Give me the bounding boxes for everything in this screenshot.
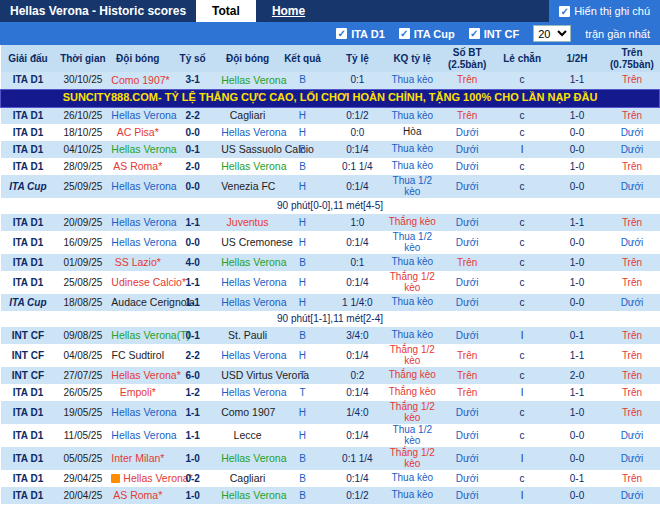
date-cell: 05/05/25: [55, 447, 110, 470]
league-cell: ITA D1: [1, 72, 56, 89]
table-header-row: Giải đấuThời gianĐội bóngTỷ sốĐội bóngKế…: [1, 45, 660, 72]
away-team[interactable]: Hellas Verona: [221, 160, 286, 172]
league-cell: ITA D1: [1, 158, 56, 175]
home-team[interactable]: Hellas Verona: [111, 143, 176, 155]
odds-result-cell: Thua kèo: [385, 158, 440, 175]
odds-result-cell: Thắng kèo: [385, 214, 440, 231]
home-team-cell: SS Lazio*: [110, 254, 165, 271]
away-team[interactable]: USD Virtus Verona: [221, 369, 309, 381]
home-team[interactable]: Hellas Verona(T): [111, 329, 190, 341]
home-team[interactable]: AC Pisa*: [117, 126, 159, 138]
home-team[interactable]: Hellas Verona: [111, 109, 176, 121]
date-cell: 26/05/25: [55, 384, 110, 401]
total-goals-ou-cell: Trên: [440, 107, 495, 124]
away-team[interactable]: Cagliari: [230, 109, 266, 121]
page-title: Hellas Verona - Historic scores: [0, 0, 196, 22]
recent-count-select[interactable]: 20: [533, 25, 571, 42]
halftime-score-cell: 0-0: [550, 175, 605, 198]
away-team[interactable]: Hellas Verona: [221, 349, 286, 361]
home-team[interactable]: Empoli*: [120, 386, 156, 398]
total-goals-ou-cell: Dưới: [440, 231, 495, 254]
home-team[interactable]: Hellas Verona: [111, 236, 176, 248]
tab-total[interactable]: Total: [196, 0, 256, 22]
away-team[interactable]: Hellas Verona: [221, 74, 286, 86]
match-row: INT CF04/08/25FC Sudtirol2-2Hellas Veron…: [1, 344, 660, 367]
home-team[interactable]: Como 1907*: [111, 74, 169, 86]
league-filter-ita-d1[interactable]: ✓ITA D1: [336, 28, 385, 40]
odds-result-cell: Hòa: [385, 124, 440, 141]
odds-result-cell: Thua kèo: [385, 107, 440, 124]
odds-result-cell: Thua 1/2 kèo: [385, 175, 440, 198]
odd-even-cell: c: [495, 72, 550, 89]
away-team[interactable]: Hellas Verona: [221, 296, 286, 308]
half-ou-cell: Dưới: [604, 487, 659, 504]
away-team[interactable]: Como 1907: [221, 406, 275, 418]
away-team[interactable]: Hellas Verona: [221, 256, 286, 268]
date-cell: 27/07/25: [55, 367, 110, 384]
odds-result-cell: Thua kèo: [385, 254, 440, 271]
halftime-score-cell: 0-0: [550, 424, 605, 447]
away-team[interactable]: Juventus: [227, 216, 269, 228]
away-team[interactable]: US Cremonese: [221, 236, 293, 248]
odd-even-cell: c: [495, 254, 550, 271]
home-team[interactable]: Audace Cerignola: [111, 296, 194, 308]
home-team[interactable]: Hellas Verona: [111, 406, 176, 418]
away-team[interactable]: Lecce: [234, 429, 262, 441]
home-team[interactable]: Inter Milan*: [111, 452, 164, 464]
total-goals-ou-cell: Dưới: [440, 487, 495, 504]
odds-cell: 0:1 1/4: [330, 158, 385, 175]
odds-cell: 3/4:0: [330, 327, 385, 344]
half-ou-cell: Trên: [604, 72, 659, 89]
halftime-score-cell: 1-0: [550, 254, 605, 271]
ad-banner-link[interactable]: SUNCITY888.COM- TỶ LỆ THẮNG CỰC CAO, LỐI…: [1, 89, 660, 107]
home-team[interactable]: AS Roma*: [113, 489, 162, 501]
home-team[interactable]: AS Roma*: [113, 160, 162, 172]
league-cell: INT CF: [1, 367, 56, 384]
home-team[interactable]: Hellas Verona: [111, 180, 176, 192]
column-header: Đội bóng: [110, 45, 165, 72]
odd-even-cell: l: [495, 327, 550, 344]
half-ou-cell: Dưới: [604, 124, 659, 141]
match-row: ITA D105/05/25Inter Milan*1-0Hellas Vero…: [1, 447, 660, 470]
home-team[interactable]: Hellas Verona*: [111, 472, 192, 484]
away-team[interactable]: Hellas Verona: [221, 489, 286, 501]
away-team[interactable]: Venezia FC: [221, 180, 275, 192]
date-cell: 29/04/25: [55, 470, 110, 487]
score-cell: 0-0: [165, 124, 220, 141]
away-team[interactable]: Hellas Verona: [221, 386, 286, 398]
home-team[interactable]: Hellas Verona: [111, 216, 176, 228]
home-team[interactable]: FC Sudtirol: [112, 349, 165, 361]
away-team-cell: US Sassuolo Calcio: [220, 141, 275, 158]
odd-even-cell: c: [495, 107, 550, 124]
tab-home[interactable]: Home: [256, 0, 321, 22]
show-notes-checkbox[interactable]: ✓ Hiển thị ghi chú: [549, 0, 660, 22]
odd-even-cell: c: [495, 294, 550, 311]
half-ou-cell: Dưới: [604, 175, 659, 198]
home-team[interactable]: SS Lazio*: [115, 256, 161, 268]
odds-cell: 0:1/2: [330, 107, 385, 124]
odds-result-cell: Thắng 1/2 kèo: [385, 271, 440, 294]
date-cell: 04/10/25: [55, 141, 110, 158]
odd-even-cell: l: [495, 141, 550, 158]
check-icon: ✓: [399, 28, 410, 39]
half-ou-cell: Trên: [604, 367, 659, 384]
away-team[interactable]: St. Pauli: [228, 329, 267, 341]
home-team-cell: Audace Cerignola: [110, 294, 165, 311]
league-filter-label: ITA D1: [351, 28, 385, 40]
league-filter-int-cf[interactable]: ✓INT CF: [469, 28, 519, 40]
half-ou-cell: Trên: [604, 158, 659, 175]
home-team[interactable]: Hellas Verona*: [111, 369, 180, 381]
home-team[interactable]: Hellas Verona: [111, 429, 176, 441]
away-team[interactable]: Cagliari: [230, 472, 266, 484]
league-filter-ita-cup[interactable]: ✓ITA Cup: [399, 28, 455, 40]
home-team[interactable]: Udinese Calcio*: [111, 276, 186, 288]
away-team[interactable]: Hellas Verona: [221, 276, 286, 288]
league-cell: ITA D1: [1, 401, 56, 424]
away-team-cell: Juventus: [220, 214, 275, 231]
match-row: INT CF27/07/25Hellas Verona*6-0USD Virtu…: [1, 367, 660, 384]
away-team[interactable]: Hellas Verona: [221, 126, 286, 138]
away-team[interactable]: Hellas Verona: [221, 452, 286, 464]
odds-result-cell: Thua kèo: [385, 72, 440, 89]
league-cell: INT CF: [1, 327, 56, 344]
half-ou-cell: Dưới: [604, 231, 659, 254]
